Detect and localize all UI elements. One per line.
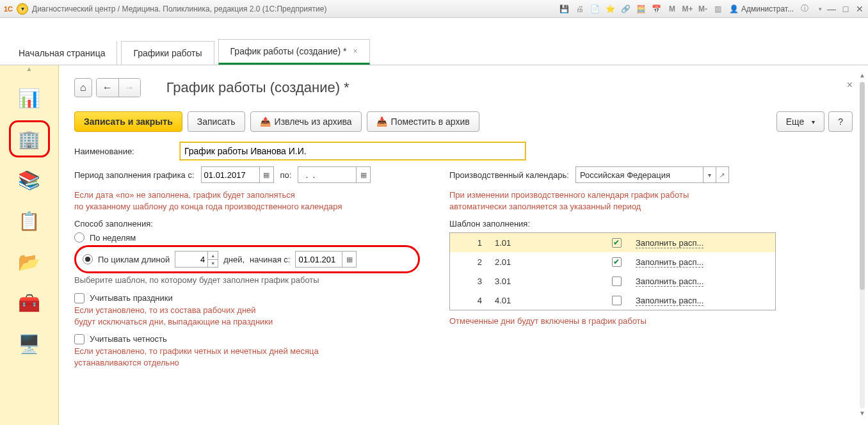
sidebar-scroll-up[interactable]: ▲: [0, 65, 58, 76]
fill-schedule-link[interactable]: Заполнить расп...: [636, 296, 703, 306]
spin-up-icon[interactable]: ▲: [208, 252, 218, 259]
forward-button[interactable]: →: [118, 79, 140, 97]
name-input[interactable]: [180, 142, 526, 160]
row-number: 1: [450, 238, 495, 248]
calendar-picker-icon[interactable]: ▦: [342, 252, 356, 267]
scroll-up-icon[interactable]: ▲: [858, 72, 867, 81]
row-date: 1.01: [495, 238, 597, 248]
panels-icon[interactable]: ▥: [712, 3, 724, 15]
select-open-icon[interactable]: ↗: [716, 166, 729, 183]
save-and-close-button[interactable]: Записать и закрыть: [74, 111, 182, 132]
main-menu-button[interactable]: ▾: [17, 3, 28, 15]
extract-icon: 📤: [260, 116, 271, 127]
sidebar-item-org[interactable]: 🏢: [9, 120, 50, 157]
holidays-checkbox-row[interactable]: Учитывать праздники: [74, 293, 420, 303]
period-from-label: Период заполнения графика с:: [74, 170, 195, 180]
back-button[interactable]: ←: [97, 79, 118, 97]
calendar-label: Производственный календарь:: [449, 170, 569, 180]
calendar-picker-icon[interactable]: ▦: [356, 167, 370, 182]
scroll-down-icon[interactable]: ▼: [858, 410, 867, 419]
calendar-select[interactable]: Российская Федерация: [575, 166, 703, 183]
dropdown-icon[interactable]: ▾: [814, 3, 826, 15]
period-from-field[interactable]: ▦: [201, 166, 274, 183]
fill-schedule-link[interactable]: Заполнить расп...: [636, 257, 703, 268]
save-icon[interactable]: 💾: [559, 3, 570, 15]
m-minus-button[interactable]: M-: [697, 3, 709, 15]
calendar-picker-icon[interactable]: ▦: [259, 167, 273, 182]
row-checkbox[interactable]: ✔: [612, 257, 622, 267]
calendar-icon[interactable]: 📅: [651, 3, 663, 15]
home-button[interactable]: ⌂: [74, 78, 92, 97]
print-icon[interactable]: 🖨: [574, 3, 586, 15]
checkbox-icon: [74, 293, 84, 303]
more-button[interactable]: Еще: [776, 111, 825, 132]
m-button[interactable]: M: [666, 3, 678, 15]
radio-by-weeks[interactable]: По неделям: [74, 232, 420, 243]
favorite-icon[interactable]: ⭐: [605, 3, 616, 15]
fill-schedule-link[interactable]: Заполнить расп...: [636, 277, 703, 287]
content-scrollbar[interactable]: ▲ ▼: [858, 72, 867, 419]
save-button[interactable]: Записать: [188, 111, 245, 132]
sidebar-item-medkit[interactable]: 🧰: [9, 284, 50, 321]
table-row[interactable]: 22.01✔Заполнить расп...: [450, 252, 775, 271]
tab-schedules[interactable]: Графики работы: [121, 41, 214, 65]
minimize-button[interactable]: —: [826, 3, 837, 15]
put-archive-button[interactable]: 📥Поместить в архив: [367, 111, 479, 132]
window-title: Диагностический центр / Медицина. Поликл…: [32, 4, 326, 13]
sidebar-item-folders[interactable]: 📚: [9, 161, 50, 198]
m-plus-button[interactable]: M+: [682, 3, 693, 15]
logo-1c: 1C: [3, 3, 14, 15]
cycle-start-field[interactable]: ▦: [295, 251, 357, 268]
spin-down-icon[interactable]: ▼: [208, 259, 218, 268]
scrollbar-thumb[interactable]: [860, 82, 865, 290]
home-icon: ⌂: [80, 82, 86, 93]
row-number: 3: [450, 277, 495, 286]
fill-schedule-link[interactable]: Заполнить расп...: [636, 238, 703, 248]
radio-by-cycles[interactable]: [83, 254, 93, 264]
preview-icon[interactable]: 📄: [590, 3, 601, 15]
link-icon[interactable]: 🔗: [620, 3, 632, 15]
cycle-start-input[interactable]: [296, 252, 342, 267]
row-date: 2.01: [495, 257, 597, 267]
sidebar-item-analytics[interactable]: 📊: [9, 79, 50, 116]
name-label: Наименование:: [74, 147, 173, 156]
row-checkbox[interactable]: [612, 277, 622, 286]
row-checkbox[interactable]: ✔: [612, 238, 622, 248]
sidebar-item-docs[interactable]: 📂: [9, 243, 50, 280]
period-to-field[interactable]: ▦: [298, 166, 371, 183]
sidebar-item-help[interactable]: 📋: [9, 202, 50, 239]
nav-back-forward: ← →: [96, 78, 141, 97]
select-dropdown-icon[interactable]: ▾: [703, 166, 716, 183]
calendar-hint: При изменении производственного календар…: [449, 189, 776, 212]
cycle-length-input[interactable]: [175, 252, 207, 267]
row-number: 2: [450, 257, 495, 267]
days-label: дней,: [223, 255, 245, 264]
help-button[interactable]: ?: [828, 111, 853, 132]
toolbar-icons: 💾 🖨 📄 ⭐ 🔗 🧮 📅 M M+ M- ▥: [559, 3, 724, 15]
cycle-length-spinner[interactable]: ▲▼: [175, 251, 218, 268]
holidays-hint: Если установлено, то из состава рабочих …: [74, 305, 420, 328]
row-date: 3.01: [495, 277, 597, 286]
tab-schedule-create[interactable]: График работы (создание) * ×: [218, 39, 370, 65]
sidebar-item-cashbox[interactable]: 🖥️: [9, 325, 50, 362]
template-table: 11.01✔Заполнить расп...22.01✔Заполнить р…: [449, 232, 776, 310]
row-checkbox[interactable]: [612, 296, 622, 305]
extract-archive-button[interactable]: 📤Извлечь из архива: [250, 111, 362, 132]
user-area[interactable]: 👤 Администрат...: [729, 4, 794, 13]
close-window-button[interactable]: ✕: [854, 3, 865, 15]
parity-checkbox-row[interactable]: Учитывать четность: [74, 334, 420, 344]
calc-icon[interactable]: 🧮: [636, 3, 647, 15]
fill-mode-label: Способ заполнения:: [74, 219, 420, 229]
period-from-input[interactable]: [202, 167, 259, 182]
table-row[interactable]: 44.01Заполнить расп...: [450, 291, 775, 310]
close-page-icon[interactable]: ×: [847, 79, 853, 91]
table-row[interactable]: 33.01Заполнить расп...: [450, 271, 775, 291]
close-tab-icon[interactable]: ×: [353, 47, 358, 56]
radio-by-weeks-label: По неделям: [90, 233, 136, 243]
period-to-input[interactable]: [298, 167, 356, 182]
page-title: График работы (создание) *: [166, 79, 350, 96]
maximize-button[interactable]: □: [840, 3, 851, 15]
info-icon[interactable]: ⓘ: [799, 3, 810, 15]
table-row[interactable]: 11.01✔Заполнить расп...: [450, 233, 775, 252]
tab-start-page[interactable]: Начальная страница: [6, 41, 117, 65]
